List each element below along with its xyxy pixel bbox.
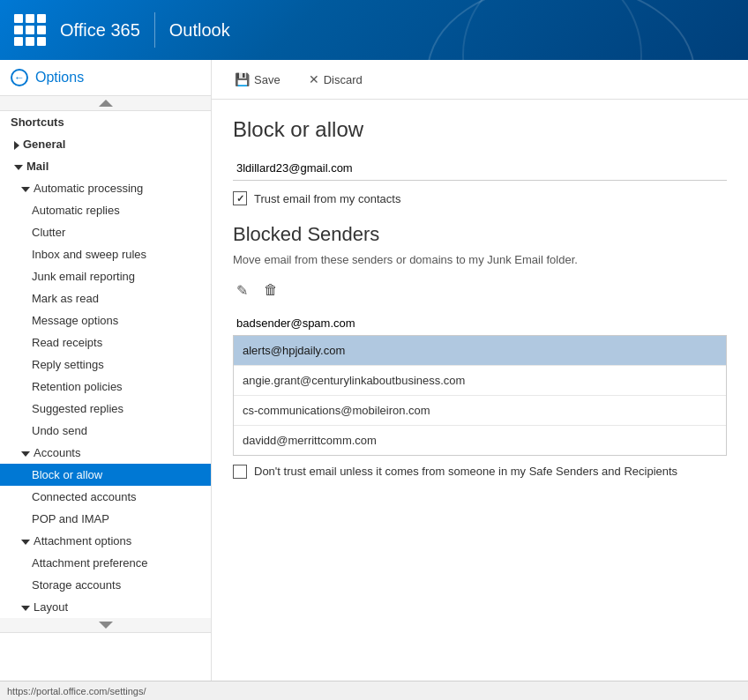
sidebar-scroll-down[interactable] [0,618,211,633]
sidebar-item-label: Automatic processing [34,182,143,195]
sidebar-item-automatic_processing[interactable]: Automatic processing [0,177,211,199]
dropdown-item-davidd[interactable]: davidd@merrittcomm.com [234,426,726,455]
blocked-senders-dropdown: alerts@hpjdaily.comangie.grant@centuryli… [233,336,727,456]
save-button[interactable]: 💾 Save [229,69,286,90]
sidebar-item-pop_and_imap[interactable]: POP and IMAP [0,508,211,530]
sidebar-item-junk_email[interactable]: Junk email reporting [0,265,211,287]
expand-icon [14,165,23,170]
sidebar-item-undo_send[interactable]: Undo send [0,420,211,442]
sidebar-items-container: ShortcutsGeneralMailAutomatic processing… [0,111,211,618]
blocked-senders-title: Blocked Senders [233,223,727,246]
toolbar: 💾 Save ✕ Discard [212,60,748,100]
trust-contacts-checkbox[interactable] [233,191,247,205]
sidebar-item-label: Clutter [32,226,65,239]
sidebar-item-label: Mail [26,160,49,173]
trust-contacts-row: Trust email from my contacts [233,191,727,205]
dropdown-item-alerts_hpj[interactable]: alerts@hpjdaily.com [234,336,726,366]
sidebar-item-layout[interactable]: Layout [0,596,211,618]
discard-label: Discard [324,73,363,86]
delete-icon[interactable]: 🗑 [260,279,281,302]
status-url: https://portal.office.com/settings/ [7,686,146,696]
collapse-icon [14,141,19,150]
header-divider [154,12,155,48]
sidebar-item-label: Reply settings [32,358,104,371]
main-container: ← Options ShortcutsGeneralMailAutomatic … [0,60,748,681]
sidebar-item-message_options[interactable]: Message options [0,309,211,331]
scroll-up-arrow[interactable] [99,100,113,107]
sidebar-item-storage_accounts[interactable]: Storage accounts [0,574,211,596]
sidebar-item-label: Undo send [32,424,87,437]
sidebar-item-label: Junk email reporting [32,270,135,283]
app-name: Office 365 [60,20,140,41]
sidebar-item-block_or_allow[interactable]: Block or allow [0,464,211,486]
sidebar-item-label: POP and IMAP [32,512,109,525]
sidebar-item-label: Retention policies [32,380,123,393]
status-bar: https://portal.office.com/settings/ [0,681,748,700]
sidebar-item-clutter[interactable]: Clutter [0,221,211,243]
sidebar-item-label: Read receipts [32,336,102,349]
sidebar-item-label: Automatic replies [32,204,120,217]
sidebar-item-attachment_preference[interactable]: Attachment preference [0,552,211,574]
sidebar-item-mark_as_read[interactable]: Mark as read [0,287,211,309]
back-icon: ← [11,69,28,86]
expand-icon [21,606,30,611]
dont-trust-label: Don't trust email unless it comes from s… [254,465,677,478]
sidebar-item-label: Attachment preference [32,556,148,570]
trust-contacts-label: Trust email from my contacts [254,192,400,205]
sidebar-item-label: Storage accounts [32,578,121,592]
sidebar-item-retention_policies[interactable]: Retention policies [0,376,211,398]
discard-icon: ✕ [309,72,319,86]
sidebar-item-automatic_replies[interactable]: Automatic replies [0,199,211,221]
safe-sender-input[interactable] [233,156,727,181]
sidebar-item-label: Block or allow [32,468,102,481]
sidebar-item-label: Layout [34,600,68,614]
sidebar-item-shortcuts[interactable]: Shortcuts [0,111,211,133]
sidebar-item-label: Connected accounts [32,490,137,503]
save-label: Save [254,73,280,86]
sidebar-item-connected_accounts[interactable]: Connected accounts [0,486,211,508]
sidebar-item-attachment_options[interactable]: Attachment options [0,530,211,552]
app-header: Office 365 Outlook [0,0,748,60]
sidebar: ← Options ShortcutsGeneralMailAutomatic … [0,60,212,681]
sidebar-item-accounts[interactable]: Accounts [0,442,211,464]
sidebar-item-label: General [23,138,65,151]
sidebar-item-read_receipts[interactable]: Read receipts [0,331,211,354]
expand-icon [21,451,30,457]
content-body: Block or allow Trust email from my conta… [212,100,748,496]
waffle-menu[interactable] [14,14,46,46]
dropdown-item-cs_comm[interactable]: cs-communications@mobileiron.com [234,396,726,426]
sidebar-item-mail[interactable]: Mail [0,155,211,177]
dropdown-item-angie_grant[interactable]: angie.grant@centurylinkaboutbusiness.com [234,366,726,396]
dont-trust-checkbox[interactable] [233,465,247,479]
sidebar-item-reply_settings[interactable]: Reply settings [0,354,211,376]
sidebar-item-label: Suggested replies [32,402,123,415]
sidebar-item-label: Accounts [34,446,80,459]
options-label: Options [35,70,84,86]
edit-icon[interactable]: ✎ [233,279,251,302]
sidebar-item-label: Message options [32,314,118,327]
sidebar-item-inbox_sweep[interactable]: Inbox and sweep rules [0,243,211,265]
options-back-button[interactable]: ← Options [0,60,211,96]
sidebar-item-label: Inbox and sweep rules [32,248,146,261]
content-area: 💾 Save ✕ Discard Block or allow Trust em… [212,60,748,681]
discard-button[interactable]: ✕ Discard [303,69,368,90]
sidebar-item-general[interactable]: General [0,133,211,155]
scroll-down-arrow[interactable] [99,622,113,629]
sidebar-item-suggested_replies[interactable]: Suggested replies [0,398,211,420]
sidebar-item-label: Mark as read [32,292,99,305]
blocked-senders-toolbar: ✎ 🗑 [233,279,727,302]
page-title: Block or allow [233,117,727,142]
sidebar-item-label: Shortcuts [11,115,64,129]
blocked-sender-input[interactable] [233,311,727,336]
dont-trust-row: Don't trust email unless it comes from s… [233,459,727,479]
blocked-senders-desc: Move email from these senders or domains… [233,253,727,266]
expand-icon [21,540,30,545]
expand-icon [21,187,30,192]
sidebar-scroll-up[interactable] [0,96,211,111]
product-name: Outlook [169,20,230,41]
sidebar-item-label: Attachment options [34,534,131,547]
save-icon: 💾 [235,72,250,86]
